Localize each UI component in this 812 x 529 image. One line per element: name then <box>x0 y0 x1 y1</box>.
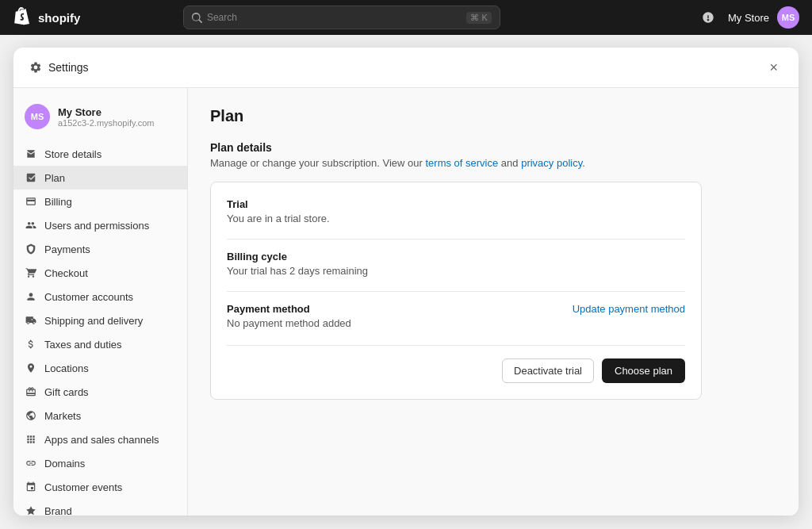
shopify-logo-icon <box>13 7 33 28</box>
sidebar: MS My Store a152c3-2.myshopify.com Store… <box>13 88 188 516</box>
sidebar-item-label: Plan <box>44 172 65 184</box>
store-name-label: My Store <box>728 12 769 24</box>
sidebar-item-customer-accounts[interactable]: Customer accounts <box>13 285 187 309</box>
sidebar-item-taxes[interactable]: Taxes and duties <box>13 332 187 356</box>
payment-title: Payment method <box>227 303 351 315</box>
sidebar-item-label: Locations <box>44 362 89 374</box>
update-payment-link[interactable]: Update payment method <box>573 303 685 315</box>
bell-icon <box>702 11 714 24</box>
section-title: Plan details <box>210 141 776 154</box>
logo-text: shopify <box>38 11 80 25</box>
sidebar-item-brand[interactable]: Brand <box>13 499 187 516</box>
store-text: My Store a152c3-2.myshopify.com <box>58 106 154 128</box>
sidebar-item-label: Domains <box>44 458 85 470</box>
sidebar-item-label: Markets <box>44 410 81 422</box>
section-desc-suffix: . <box>582 157 585 169</box>
store-avatar: MS <box>25 104 50 129</box>
search-icon <box>192 13 202 23</box>
card-actions: Deactivate trial Choose plan <box>227 345 685 383</box>
plan-card: Trial You are in a trial store. Billing … <box>210 182 702 400</box>
sidebar-item-label: Store details <box>44 148 102 160</box>
sidebar-item-store-details[interactable]: Store details <box>13 142 187 166</box>
sidebar-item-label: Gift cards <box>44 386 89 398</box>
search-shortcut: ⌘ K <box>466 12 491 24</box>
billing-block: Billing cycle Your trial has 2 days rema… <box>227 251 685 277</box>
sidebar-item-apps[interactable]: Apps and sales channels <box>13 427 187 451</box>
trial-block: Trial You are in a trial store. <box>227 198 685 224</box>
terms-link[interactable]: terms of service <box>425 157 498 169</box>
sidebar-item-label: Customer events <box>44 481 122 493</box>
sidebar-item-locations[interactable]: Locations <box>13 356 187 380</box>
store-info: MS My Store a152c3-2.myshopify.com <box>13 98 187 142</box>
deactivate-trial-button[interactable]: Deactivate trial <box>502 358 594 383</box>
nav-right: My Store MS <box>696 6 799 29</box>
settings-icon <box>29 61 42 74</box>
sidebar-item-billing[interactable]: Billing <box>13 190 187 213</box>
billing-title: Billing cycle <box>227 251 685 263</box>
avatar-initials: MS <box>782 13 795 22</box>
settings-title-text: Settings <box>48 61 89 74</box>
sidebar-item-label: Customer accounts <box>44 291 133 303</box>
sidebar-item-label: Payments <box>44 243 90 255</box>
store-icon <box>25 148 37 160</box>
events-icon <box>25 481 37 493</box>
divider-1 <box>227 239 685 240</box>
section-desc: Manage or change your subscription. View… <box>210 157 776 169</box>
section-desc-prefix: Manage or change your subscription. View… <box>210 157 425 169</box>
close-button[interactable]: × <box>764 59 783 76</box>
trial-desc: You are in a trial store. <box>227 213 685 224</box>
payment-method-row: Payment method No payment method added U… <box>227 303 685 329</box>
choose-plan-button[interactable]: Choose plan <box>602 358 685 383</box>
apps-icon <box>25 433 37 446</box>
sidebar-item-checkout[interactable]: Checkout <box>13 261 187 285</box>
payments-icon <box>25 243 37 255</box>
settings-panel: Settings × MS My Store a152c3-2.myshopif… <box>13 48 799 516</box>
sidebar-item-label: Billing <box>44 196 72 208</box>
sidebar-item-label: Checkout <box>44 267 88 279</box>
sidebar-item-domains[interactable]: Domains <box>13 451 187 475</box>
sidebar-item-label: Apps and sales channels <box>44 434 159 446</box>
store-avatar-initials: MS <box>31 112 44 121</box>
settings-title: Settings <box>29 61 89 74</box>
trial-title: Trial <box>227 198 685 210</box>
store-url: a152c3-2.myshopify.com <box>58 118 154 128</box>
sidebar-item-payments[interactable]: Payments <box>13 237 187 261</box>
plan-details-section: Plan details Manage or change your subsc… <box>210 141 776 400</box>
and-text: and <box>498 157 521 169</box>
search-placeholder: Search <box>207 12 237 23</box>
markets-icon <box>25 409 37 422</box>
privacy-link[interactable]: privacy policy <box>521 157 582 169</box>
divider-2 <box>227 291 685 292</box>
settings-header: Settings × <box>13 48 799 88</box>
sidebar-item-plan[interactable]: Plan <box>13 166 187 190</box>
gift-icon <box>25 385 37 398</box>
sidebar-item-gift-cards[interactable]: Gift cards <box>13 380 187 404</box>
notifications-button[interactable] <box>696 6 720 29</box>
taxes-icon <box>25 338 37 351</box>
page-title: Plan <box>210 107 776 125</box>
shopify-logo: shopify <box>13 7 80 28</box>
brand-icon <box>25 504 37 516</box>
sidebar-item-label: Shipping and delivery <box>44 315 143 327</box>
sidebar-item-label: Taxes and duties <box>44 339 122 351</box>
settings-body: MS My Store a152c3-2.myshopify.com Store… <box>13 88 799 516</box>
sidebar-item-markets[interactable]: Markets <box>13 404 187 427</box>
sidebar-item-shipping[interactable]: Shipping and delivery <box>13 309 187 332</box>
sidebar-item-label: Users and permissions <box>44 220 149 232</box>
locations-icon <box>25 362 37 374</box>
billing-desc: Your trial has 2 days remaining <box>227 265 685 277</box>
domains-icon <box>25 457 37 470</box>
checkout-icon <box>25 266 37 279</box>
sidebar-item-customer-events[interactable]: Customer events <box>13 475 187 499</box>
user-avatar[interactable]: MS <box>777 6 799 29</box>
payment-desc: No payment method added <box>227 317 351 329</box>
content-area: Plan Plan details Manage or change your … <box>188 88 799 516</box>
sidebar-item-label: Brand <box>44 505 72 516</box>
top-navigation: shopify Search ⌘ K My Store MS <box>0 0 812 35</box>
sidebar-item-users[interactable]: Users and permissions <box>13 213 187 237</box>
payment-left: Payment method No payment method added <box>227 303 351 329</box>
customer-accounts-icon <box>25 290 37 303</box>
main-area: Settings × MS My Store a152c3-2.myshopif… <box>0 35 812 529</box>
users-icon <box>25 219 37 232</box>
search-bar[interactable]: Search ⌘ K <box>183 6 500 29</box>
